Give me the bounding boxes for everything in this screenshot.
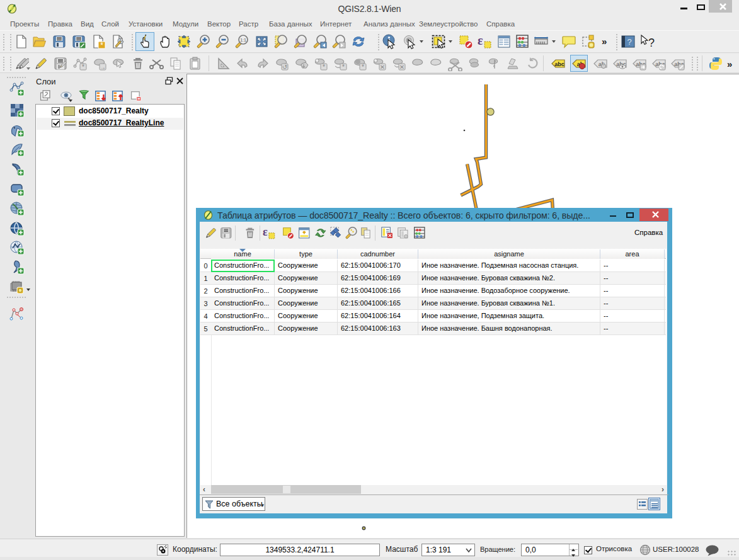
svg-text:abc: abc	[554, 61, 564, 67]
svg-text:?: ?	[627, 37, 631, 47]
svg-text:*: *	[323, 64, 325, 71]
svg-text:*: *	[342, 64, 345, 71]
svg-text:*: *	[100, 41, 103, 50]
svg-text:?: ?	[648, 37, 655, 49]
svg-text:✕: ✕	[399, 64, 404, 71]
svg-text:→: →	[100, 64, 106, 71]
svg-text:ε: ε	[478, 34, 483, 47]
svg-text:1:1: 1:1	[240, 38, 246, 42]
svg-text:✕: ✕	[380, 64, 385, 71]
svg-text:↺: ↺	[282, 64, 287, 71]
svg-text:*: *	[362, 64, 364, 71]
svg-text:ε: ε	[263, 226, 268, 238]
svg-text:*: *	[82, 64, 84, 71]
